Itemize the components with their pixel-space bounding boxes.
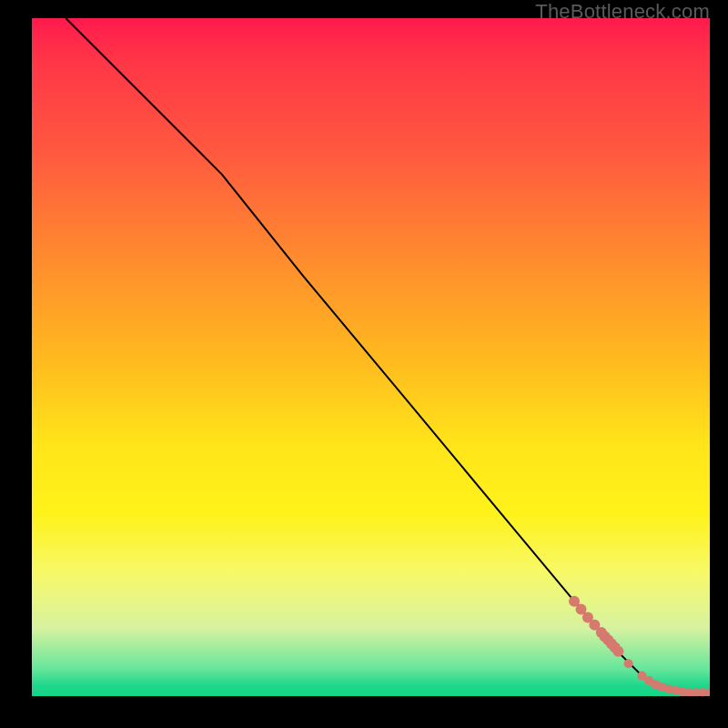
chart-overlay <box>32 18 710 696</box>
border-right <box>710 0 728 728</box>
scatter-points <box>569 596 714 698</box>
data-point <box>612 646 623 657</box>
watermark-text: TheBottleneck.com <box>535 0 710 24</box>
border-bottom <box>0 696 728 728</box>
data-point <box>624 659 633 668</box>
curve-line <box>66 18 710 693</box>
border-left <box>0 0 32 728</box>
chart-frame <box>32 18 710 696</box>
